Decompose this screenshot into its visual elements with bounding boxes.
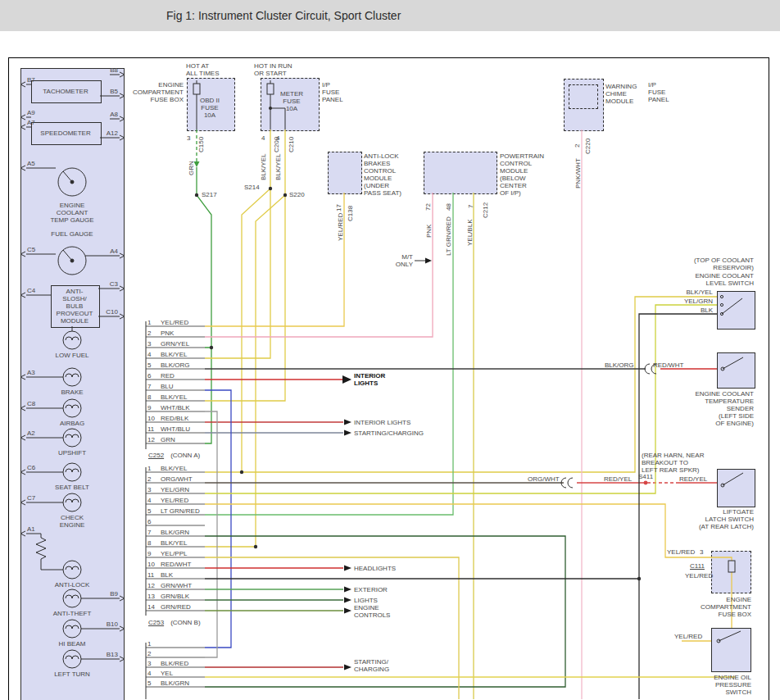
lamp-label: UPSHIFT (51, 449, 93, 457)
engine-fuse-box-label: ENGINE COMPARTMENT FUSE BOX (129, 81, 184, 103)
s411-label: S411 (638, 473, 653, 480)
ltgrnred-wire-label: LT GRN/RED (445, 216, 452, 256)
pin-chevron-right-icon (120, 314, 125, 319)
cluster-pin-left: B7 (27, 76, 35, 84)
connA-row-pin: 4 (147, 351, 151, 358)
connA-row-pin: 3 (147, 340, 151, 348)
redyel-wire-label-1: RED/YEL (604, 475, 632, 483)
connC-row-label: BLK/RED (161, 660, 188, 667)
connB-row-pin: 2 (147, 475, 151, 483)
obd-fuse-label: OBD II FUSE 10A (194, 97, 225, 119)
hot-at-all-times-label: HOT AT ALL TIMES (186, 62, 222, 77)
pin-chevron-left-icon (20, 375, 25, 380)
arrow-interior-lights (342, 375, 351, 384)
pin-chevron-left-icon (20, 166, 25, 170)
fuel-gauge-label: FUEL GAUGE (47, 230, 98, 238)
arrow-engine-controls (344, 608, 351, 614)
arrow-starting-charging2 (344, 665, 351, 670)
wire-yelred-abs (205, 193, 344, 326)
pin-chevron-right-icon (120, 72, 125, 77)
redwht-wire-label: RED/WHT (653, 361, 683, 369)
pin-chevron-right-icon (120, 286, 125, 291)
connB-row-label: BLK/GRN (161, 529, 189, 536)
connB-row-label: GRN/BLK (161, 593, 189, 600)
s214-label: S214 (244, 184, 260, 191)
lamp-label: LEFT TURN (51, 670, 93, 678)
cluster-pin-right: B13 (100, 651, 118, 658)
warning-chime-label: WARNING CHIME MODULE (605, 83, 643, 105)
pin-chevron-left-icon (20, 125, 25, 130)
meter-fuse-label: METER FUSE 10A (278, 90, 306, 112)
speedometer-label: SPEEDOMETER (31, 130, 100, 137)
oil-switch-label: ENGINE OIL PRESSURE SWITCH (691, 674, 751, 696)
pin-chevron-right-icon (120, 596, 125, 601)
liftgate-switch-label: LIFTGATE LATCH SWITCH (AT REAR LATCH) (688, 508, 754, 530)
connA-row-label: PNK (161, 330, 174, 337)
wire-blkyel-b (205, 130, 285, 401)
cluster-pin-right: B10 (100, 620, 118, 628)
connB-row-pin: 5 (147, 507, 151, 515)
sender-lever (723, 357, 743, 369)
connA-code: C252 (148, 452, 164, 459)
connB-row-pin: 3 (147, 486, 151, 493)
c150-label: C150 (197, 137, 205, 152)
connA-row-label: BLK/YEL (161, 351, 187, 358)
connB-row-label: BLK/YEL (161, 539, 187, 547)
connB-row-label: GRN/WHT (161, 582, 192, 589)
connA-row-pin: 12 (147, 436, 155, 443)
cluster-pin-left: A3 (27, 369, 35, 376)
c212-label: C212 (482, 202, 489, 218)
pin-chevron-left-icon (20, 406, 25, 411)
ip-fuse-panel-label-1: I/P FUSE PANEL (322, 81, 351, 103)
temp-gauge-needle (63, 171, 72, 182)
connC-row-pin: 2 (147, 650, 151, 657)
arrow-headlights (344, 566, 351, 571)
connC-row-label: YEL (161, 670, 173, 677)
connA-row-pin: 6 (147, 372, 151, 380)
connA-row-label: RED (161, 372, 175, 380)
lamp-label: LOW FUEL (51, 352, 93, 359)
c138-label: C138 (347, 206, 354, 221)
tachometer-label: TACHOMETER (31, 88, 100, 95)
yelred-c111-label-2: YEL/RED (685, 572, 713, 580)
lamp-filament-icon (66, 434, 79, 438)
wire-yelred-c111 (205, 504, 711, 557)
coolant-switch-location-label: (TOP OF COOLANT RESERVOIR) (688, 257, 754, 271)
connA-row-pin: 10 (147, 415, 155, 422)
s220-label: S220 (289, 191, 305, 198)
yelred-oil-label: YEL/RED (674, 633, 702, 640)
lamp-label: BRAKE (51, 389, 93, 396)
pin-17-label: 17 (335, 204, 342, 211)
cluster-pin-left: C8 (27, 400, 35, 407)
connA-caption: C252(CONN A) (148, 452, 200, 459)
c220-label: C220 (584, 139, 592, 154)
pin-chevron-right-icon (120, 626, 125, 631)
connB-row-pin: 1 (147, 465, 151, 472)
dest-starting-charging: STARTING/CHARGING (354, 430, 428, 437)
dest-interior-lights-2: INTERIOR LIGHTS (354, 419, 419, 426)
wire-blu (205, 390, 231, 648)
cluster-pin-right: A12 (100, 130, 118, 137)
connA-row-label: RED/BLK (161, 415, 188, 422)
connA-row-pin: 2 (147, 330, 151, 337)
cluster-pin-left: C7 (27, 494, 35, 502)
fuel-gauge-needle (63, 250, 72, 261)
connB-row-pin: 13 (147, 593, 155, 600)
connB-row-label: YEL/GRN (161, 486, 189, 493)
pin-chevron-right-icon (120, 657, 125, 661)
arrow-exterior-lights (344, 587, 351, 593)
wire-blkyel-coolant (205, 297, 717, 472)
wire-whtblk (205, 411, 217, 657)
dest-interior-lights: INTERIOR LIGHTS (354, 372, 390, 387)
coolant-wire-yelgrn: YEL/GRN (680, 298, 713, 305)
connB-row-label: BLK/YEL (161, 465, 187, 472)
lamp-filament-icon (66, 656, 79, 659)
dest-headlights: HEADLIGHTS (354, 565, 411, 572)
pin-48-label: 48 (445, 203, 452, 211)
connB-suffix: (CONN B) (170, 619, 200, 626)
pin-chevron-right-icon (120, 253, 125, 258)
lamp-label: SEAT BELT (51, 484, 93, 491)
temp-sender-label: ENGINE COOLANT TEMPERATURE SENDER (LEFT … (688, 390, 754, 427)
connA-row-pin: 5 (147, 361, 151, 369)
connC-row-label: BLK/GRN (161, 680, 189, 687)
